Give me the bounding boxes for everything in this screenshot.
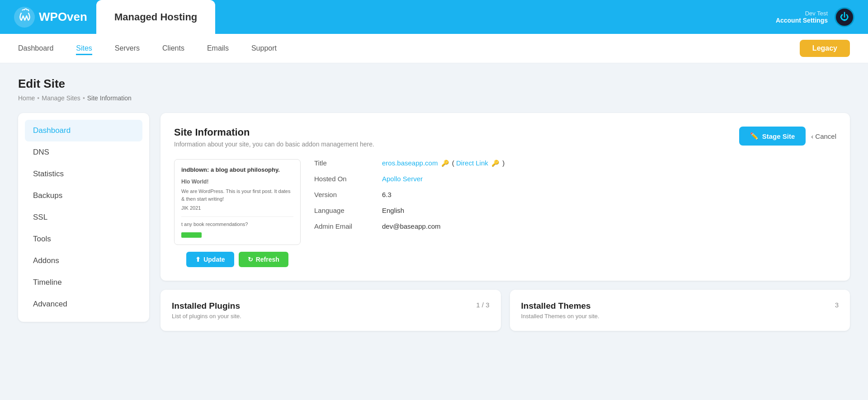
chevron-left-icon: ‹ — [811, 132, 813, 140]
themes-count: 3 — [835, 301, 839, 309]
language-label: Language — [314, 207, 373, 214]
admin-email-label: Admin Email — [314, 222, 373, 230]
detail-row-admin-email: Admin Email dev@baseapp.com — [314, 222, 836, 230]
key-icon-2: 🔑 — [491, 160, 499, 167]
sidebar-item-tools[interactable]: Tools — [25, 228, 142, 250]
preview-actions: ⬆ Update ↻ Refresh — [174, 252, 301, 267]
themes-info: Installed Themes Installed Themes on you… — [521, 301, 599, 320]
title-value: eros.baseapp.com 🔑 ( Direct Link 🔑 ) — [382, 159, 505, 167]
plugins-card-header: Installed Plugins List of plugins on you… — [172, 301, 490, 320]
site-info-card: Site Information Information about your … — [160, 113, 850, 281]
preview-question: t any book recommendations? — [181, 216, 293, 228]
brand-name: WPOven — [39, 10, 87, 24]
direct-link[interactable]: Direct Link — [456, 159, 488, 167]
detail-row-language: Language English — [314, 207, 836, 214]
breadcrumb-current: Site Information — [87, 94, 132, 102]
installed-plugins-card: Installed Plugins List of plugins on you… — [160, 290, 501, 331]
preview-green-bar — [181, 232, 202, 238]
upload-icon: ⬆ — [195, 256, 201, 263]
card-header: Site Information Information about your … — [174, 127, 836, 148]
detail-row-version: Version 6.3 — [314, 191, 836, 198]
nav-sites[interactable]: Sites — [76, 42, 92, 55]
card-subtitle: Information about your site, you can do … — [174, 141, 374, 148]
admin-email-value: dev@baseapp.com — [382, 222, 440, 230]
plugins-count: 1 / 3 — [476, 301, 489, 309]
apollo-server-link[interactable]: Apollo Server — [382, 175, 423, 183]
preview-date: JIK 2021 — [181, 204, 293, 212]
preview-hello-world: Hlo World! We are WordPress. This is you… — [181, 178, 293, 228]
update-button[interactable]: ⬆ Update — [186, 252, 234, 267]
page-title: Edit Site — [18, 77, 850, 91]
content-area: Site Information Information about your … — [160, 113, 850, 331]
detail-row-hosted-on: Hosted On Apollo Server — [314, 175, 836, 183]
sidebar-item-advanced[interactable]: Advanced — [25, 293, 142, 315]
secondary-nav: Dashboard Sites Servers Clients Emails S… — [0, 34, 868, 63]
version-value: 6.3 — [382, 191, 392, 198]
logo-area: WPOven — [14, 6, 87, 28]
nav-support[interactable]: Support — [251, 42, 277, 55]
installed-themes-card: Installed Themes Installed Themes on you… — [510, 290, 850, 331]
version-label: Version — [314, 191, 373, 198]
bottom-cards: Installed Plugins List of plugins on you… — [160, 290, 850, 331]
account-info: Dev Test Account Settings — [776, 10, 828, 24]
nav-dashboard[interactable]: Dashboard — [18, 42, 53, 55]
page-content: Edit Site Home • Manage Sites • Site Inf… — [0, 63, 868, 344]
managed-hosting-tab[interactable]: Managed Hosting — [96, 0, 215, 34]
paren-close: ) — [502, 159, 505, 167]
nav-clients[interactable]: Clients — [162, 42, 184, 55]
sidebar-item-dashboard[interactable]: Dashboard — [25, 120, 142, 141]
site-preview: indblown: a blog about philosophy. Hlo W… — [174, 159, 301, 267]
language-value: English — [382, 207, 404, 214]
plugins-subtitle: List of plugins on your site. — [172, 313, 241, 320]
site-info-body: indblown: a blog about philosophy. Hlo W… — [174, 159, 836, 267]
nav-servers[interactable]: Servers — [115, 42, 140, 55]
account-settings-link[interactable]: Account Settings — [776, 17, 828, 24]
title-link[interactable]: eros.baseapp.com — [382, 159, 438, 167]
plugins-info: Installed Plugins List of plugins on you… — [172, 301, 241, 320]
title-label: Title — [314, 159, 373, 167]
cancel-button[interactable]: ‹ Cancel — [811, 132, 836, 140]
breadcrumb: Home • Manage Sites • Site Information — [18, 94, 850, 102]
top-bar: WPOven Managed Hosting Dev Test Account … — [0, 0, 868, 34]
detail-row-title: Title eros.baseapp.com 🔑 ( Direct Link 🔑… — [314, 159, 836, 167]
refresh-button[interactable]: ↻ Refresh — [239, 252, 288, 267]
nav-emails[interactable]: Emails — [207, 42, 229, 55]
breadcrumb-sep2: • — [83, 94, 85, 102]
sidebar-item-backups[interactable]: Backups — [25, 185, 142, 207]
themes-card-header: Installed Themes Installed Themes on you… — [521, 301, 839, 320]
paren-open: ( — [452, 159, 456, 167]
sidebar-card: Dashboard DNS Statistics Backups SSL Too… — [18, 113, 149, 322]
themes-subtitle: Installed Themes on your site. — [521, 313, 599, 320]
sidebar-item-statistics[interactable]: Statistics — [25, 163, 142, 185]
card-title: Site Information — [174, 127, 374, 138]
sidebar-item-dns[interactable]: DNS — [25, 141, 142, 163]
wpoven-logo-icon — [14, 6, 35, 28]
breadcrumb-home[interactable]: Home — [18, 94, 35, 102]
hosted-on-label: Hosted On — [314, 175, 373, 183]
breadcrumb-manage-sites[interactable]: Manage Sites — [42, 94, 80, 102]
power-icon: ⏻ — [840, 12, 849, 22]
key-icon-1: 🔑 — [441, 160, 449, 167]
sidebar: Dashboard DNS Statistics Backups SSL Too… — [18, 113, 149, 331]
sidebar-item-addons[interactable]: Addons — [25, 250, 142, 272]
power-button[interactable]: ⏻ — [835, 7, 854, 27]
stage-site-button[interactable]: ✏️ Stage Site — [739, 127, 806, 146]
preview-frame: indblown: a blog about philosophy. Hlo W… — [174, 159, 301, 245]
preview-body-text: We are WordPress. This is your first pos… — [181, 188, 293, 202]
preview-blog-title: indblown: a blog about philosophy. — [181, 166, 293, 173]
main-layout: Dashboard DNS Statistics Backups SSL Too… — [18, 113, 850, 331]
plugins-title: Installed Plugins — [172, 301, 241, 311]
sidebar-item-timeline[interactable]: Timeline — [25, 272, 142, 293]
breadcrumb-sep1: • — [37, 94, 39, 102]
legacy-button[interactable]: Legacy — [800, 40, 850, 57]
card-actions: ✏️ Stage Site ‹ Cancel — [739, 127, 836, 146]
account-name: Dev Test — [776, 10, 828, 17]
refresh-icon: ↻ — [248, 256, 253, 263]
card-title-area: Site Information Information about your … — [174, 127, 374, 148]
sidebar-item-ssl[interactable]: SSL — [25, 207, 142, 228]
stage-icon: ✏️ — [750, 132, 759, 140]
site-details: Title eros.baseapp.com 🔑 ( Direct Link 🔑… — [314, 159, 836, 238]
top-bar-right: Dev Test Account Settings ⏻ — [776, 7, 854, 27]
themes-title: Installed Themes — [521, 301, 599, 311]
preview-hw-title: Hlo World! — [181, 178, 293, 186]
